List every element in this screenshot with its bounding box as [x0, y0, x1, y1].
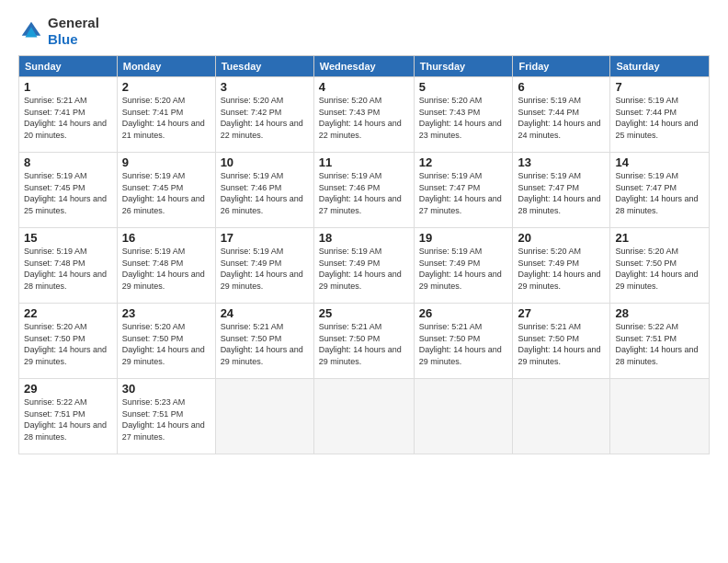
daylight-label: Daylight: 14 hours and 20 minutes. [24, 119, 107, 140]
logo-blue: Blue [48, 31, 78, 47]
daylight-label: Daylight: 14 hours and 25 minutes. [615, 119, 698, 140]
day-info: Sunrise: 5:21 AM Sunset: 7:50 PM Dayligh… [319, 321, 409, 367]
daylight-label: Daylight: 14 hours and 24 minutes. [518, 119, 600, 140]
calendar-cell: 9 Sunrise: 5:19 AM Sunset: 7:45 PM Dayli… [117, 153, 215, 228]
sunrise-label: Sunrise: 5:19 AM [615, 171, 678, 180]
calendar-cell: 8 Sunrise: 5:19 AM Sunset: 7:45 PM Dayli… [19, 153, 118, 228]
day-info: Sunrise: 5:19 AM Sunset: 7:45 PM Dayligh… [24, 170, 112, 216]
sunset-label: Sunset: 7:45 PM [24, 183, 85, 192]
day-number: 22 [24, 306, 112, 320]
day-number: 16 [122, 231, 210, 245]
sunrise-label: Sunrise: 5:20 AM [419, 96, 483, 105]
sunrise-label: Sunrise: 5:19 AM [24, 171, 87, 180]
sunset-label: Sunset: 7:47 PM [518, 183, 579, 192]
sunrise-label: Sunrise: 5:20 AM [615, 247, 678, 256]
sunrise-label: Sunrise: 5:21 AM [221, 322, 284, 331]
day-info: Sunrise: 5:20 AM Sunset: 7:41 PM Dayligh… [122, 95, 210, 141]
daylight-label: Daylight: 14 hours and 26 minutes. [221, 194, 303, 215]
sunrise-label: Sunrise: 5:19 AM [518, 96, 581, 105]
calendar-cell: 13 Sunrise: 5:19 AM Sunset: 7:47 PM Dayl… [513, 153, 610, 228]
sunrise-label: Sunrise: 5:20 AM [518, 247, 581, 256]
sunrise-label: Sunrise: 5:20 AM [319, 96, 382, 105]
daylight-label: Daylight: 14 hours and 29 minutes. [319, 270, 402, 291]
calendar-cell: 11 Sunrise: 5:19 AM Sunset: 7:46 PM Dayl… [313, 153, 414, 228]
day-number: 20 [518, 231, 605, 245]
calendar-cell: 12 Sunrise: 5:19 AM Sunset: 7:47 PM Dayl… [414, 153, 513, 228]
sunrise-label: Sunrise: 5:19 AM [221, 171, 284, 180]
calendar-cell: 3 Sunrise: 5:20 AM Sunset: 7:42 PM Dayli… [215, 77, 313, 153]
sunrise-label: Sunrise: 5:19 AM [122, 247, 186, 256]
day-number: 5 [419, 80, 508, 94]
sunset-label: Sunset: 7:46 PM [319, 183, 381, 192]
logo: General Blue [18, 15, 99, 48]
sunset-label: Sunset: 7:48 PM [122, 259, 184, 268]
day-number: 21 [615, 231, 704, 245]
calendar-cell: 5 Sunrise: 5:20 AM Sunset: 7:43 PM Dayli… [414, 77, 513, 153]
page: General Blue SundayMondayTuesdayWednesda… [0, 0, 728, 563]
daylight-label: Daylight: 14 hours and 28 minutes. [615, 194, 698, 215]
day-info: Sunrise: 5:19 AM Sunset: 7:49 PM Dayligh… [221, 246, 309, 292]
sunset-label: Sunset: 7:51 PM [24, 409, 85, 419]
daylight-label: Daylight: 14 hours and 27 minutes. [122, 420, 205, 442]
sunset-label: Sunset: 7:49 PM [518, 259, 579, 268]
day-info: Sunrise: 5:19 AM Sunset: 7:47 PM Dayligh… [518, 170, 605, 216]
day-info: Sunrise: 5:19 AM Sunset: 7:45 PM Dayligh… [122, 170, 210, 216]
day-number: 28 [615, 306, 704, 320]
sunset-label: Sunset: 7:49 PM [319, 259, 381, 268]
sunset-label: Sunset: 7:50 PM [221, 334, 282, 343]
day-number: 15 [24, 231, 112, 245]
day-number: 14 [615, 155, 704, 169]
header: General Blue [18, 15, 710, 48]
sunrise-label: Sunrise: 5:20 AM [122, 322, 186, 331]
day-info: Sunrise: 5:19 AM Sunset: 7:44 PM Dayligh… [615, 95, 704, 141]
day-number: 12 [419, 155, 508, 169]
sunrise-label: Sunrise: 5:19 AM [615, 96, 678, 105]
day-number: 29 [24, 382, 112, 396]
col-header-monday: Monday [117, 56, 215, 77]
daylight-label: Daylight: 14 hours and 29 minutes. [615, 270, 698, 291]
sunrise-label: Sunrise: 5:21 AM [518, 322, 581, 331]
sunset-label: Sunset: 7:51 PM [122, 409, 184, 419]
sunset-label: Sunset: 7:41 PM [122, 108, 184, 117]
day-info: Sunrise: 5:20 AM Sunset: 7:43 PM Dayligh… [419, 95, 508, 141]
sunset-label: Sunset: 7:48 PM [24, 259, 85, 268]
col-header-thursday: Thursday [414, 56, 513, 77]
daylight-label: Daylight: 14 hours and 29 minutes. [518, 345, 600, 366]
day-number: 2 [122, 80, 210, 94]
day-number: 7 [615, 80, 704, 94]
sunrise-label: Sunrise: 5:23 AM [122, 397, 186, 407]
sunrise-label: Sunrise: 5:20 AM [221, 96, 284, 105]
daylight-label: Daylight: 14 hours and 22 minutes. [319, 119, 402, 140]
day-number: 11 [319, 155, 409, 169]
calendar-cell [215, 379, 313, 454]
logo-icon [18, 18, 44, 44]
daylight-label: Daylight: 14 hours and 28 minutes. [518, 194, 600, 215]
day-number: 17 [221, 231, 309, 245]
day-info: Sunrise: 5:20 AM Sunset: 7:49 PM Dayligh… [518, 246, 605, 292]
daylight-label: Daylight: 14 hours and 26 minutes. [122, 194, 205, 215]
sunset-label: Sunset: 7:49 PM [419, 259, 481, 268]
sunset-label: Sunset: 7:50 PM [24, 334, 85, 343]
sunset-label: Sunset: 7:47 PM [419, 183, 481, 192]
daylight-label: Daylight: 14 hours and 21 minutes. [122, 119, 205, 140]
calendar-header-row: SundayMondayTuesdayWednesdayThursdayFrid… [19, 56, 710, 77]
daylight-label: Daylight: 14 hours and 28 minutes. [24, 420, 107, 442]
day-info: Sunrise: 5:21 AM Sunset: 7:41 PM Dayligh… [24, 95, 112, 141]
calendar-cell: 10 Sunrise: 5:19 AM Sunset: 7:46 PM Dayl… [215, 153, 313, 228]
daylight-label: Daylight: 14 hours and 29 minutes. [122, 270, 205, 291]
day-info: Sunrise: 5:20 AM Sunset: 7:50 PM Dayligh… [615, 246, 704, 292]
sunrise-label: Sunrise: 5:19 AM [419, 247, 483, 256]
day-info: Sunrise: 5:23 AM Sunset: 7:51 PM Dayligh… [122, 396, 210, 442]
calendar-cell: 30 Sunrise: 5:23 AM Sunset: 7:51 PM Dayl… [117, 379, 215, 454]
sunrise-label: Sunrise: 5:20 AM [122, 96, 186, 105]
calendar-cell: 25 Sunrise: 5:21 AM Sunset: 7:50 PM Dayl… [313, 304, 414, 379]
day-info: Sunrise: 5:19 AM Sunset: 7:49 PM Dayligh… [419, 246, 508, 292]
calendar-cell: 7 Sunrise: 5:19 AM Sunset: 7:44 PM Dayli… [610, 77, 710, 153]
sunset-label: Sunset: 7:50 PM [122, 334, 184, 343]
day-info: Sunrise: 5:19 AM Sunset: 7:44 PM Dayligh… [518, 95, 605, 141]
calendar-week-1: 1 Sunrise: 5:21 AM Sunset: 7:41 PM Dayli… [19, 77, 710, 153]
sunrise-label: Sunrise: 5:19 AM [221, 247, 284, 256]
calendar-table: SundayMondayTuesdayWednesdayThursdayFrid… [18, 55, 710, 454]
day-number: 4 [319, 80, 409, 94]
calendar-cell: 21 Sunrise: 5:20 AM Sunset: 7:50 PM Dayl… [610, 228, 710, 304]
